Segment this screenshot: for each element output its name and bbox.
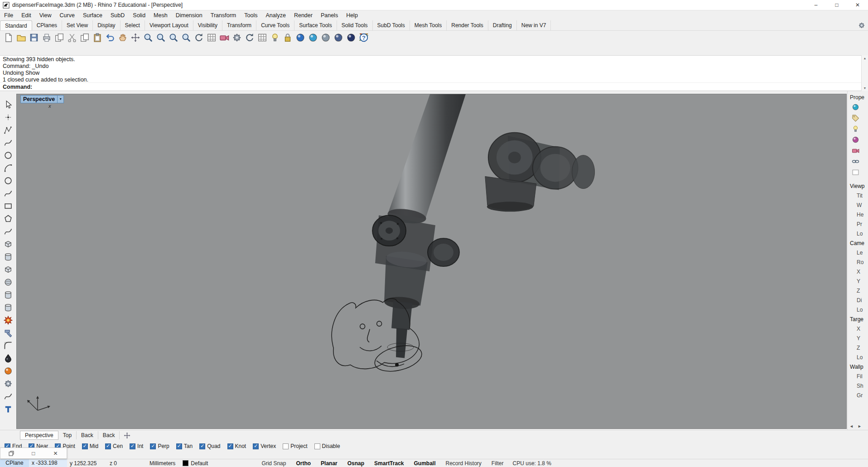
sphere-icon[interactable] <box>4 278 13 287</box>
toolbar-settings-gear-icon[interactable] <box>858 22 865 29</box>
osnap-tan[interactable]: Tan <box>176 443 193 449</box>
panel-scroll-left-icon[interactable]: ◄ <box>849 424 854 428</box>
new-viewport-icon[interactable] <box>124 432 130 439</box>
command-input[interactable] <box>34 83 868 91</box>
gumball-toggle[interactable]: Gumball <box>414 460 435 467</box>
surface-icon[interactable] <box>4 240 13 249</box>
tab-mesh-tools[interactable]: Mesh Tools <box>410 20 447 30</box>
camera-icon[interactable] <box>852 147 859 154</box>
new-file-icon[interactable] <box>4 33 14 43</box>
menu-file[interactable]: File <box>0 12 17 19</box>
osnap-project-checkbox[interactable] <box>283 443 289 449</box>
viewport-tab-perspective[interactable]: Perspective <box>20 431 58 440</box>
curve-tools-icon[interactable] <box>4 227 13 236</box>
lamp-icon[interactable] <box>270 33 280 43</box>
point-cloud-icon[interactable] <box>4 366 13 376</box>
menu-transform[interactable]: Transform <box>207 12 241 19</box>
tab-curve-tools[interactable]: Curve Tools <box>256 20 294 30</box>
osnap-disable-checkbox[interactable] <box>314 443 320 449</box>
osnap-knot[interactable]: Knot <box>227 443 246 449</box>
tab-subd-tools[interactable]: SubD Tools <box>373 20 410 30</box>
viewport-tab-back-1[interactable]: Back <box>77 431 98 439</box>
circle-icon[interactable] <box>4 151 13 160</box>
help-icon[interactable] <box>360 34 368 42</box>
copy-icon[interactable] <box>80 33 90 43</box>
tab-select[interactable]: Select <box>121 20 145 30</box>
tab-new-in-v7[interactable]: New in V7 <box>517 20 551 30</box>
menu-surface[interactable]: Surface <box>79 12 106 19</box>
polygon-icon[interactable] <box>4 214 13 223</box>
render-icon[interactable] <box>295 33 305 43</box>
cylinder-icon[interactable] <box>4 290 13 299</box>
viewport-title-dropdown-icon[interactable]: ▼ <box>58 95 64 103</box>
select-arrow-icon[interactable] <box>4 100 13 109</box>
save-icon[interactable] <box>29 33 39 43</box>
osnap-cen[interactable]: Cen <box>105 443 123 449</box>
link-icon[interactable] <box>852 158 859 165</box>
scroll-up-icon[interactable]: ▲ <box>863 57 867 60</box>
raytrace-display-icon[interactable] <box>346 33 356 43</box>
arc-icon[interactable] <box>4 164 13 173</box>
edit-tools-icon[interactable] <box>4 328 13 337</box>
tab-transform[interactable]: Transform <box>222 20 256 30</box>
zoom-dynamic-icon[interactable] <box>143 33 153 43</box>
layer-selector[interactable]: Default <box>183 460 208 467</box>
zoom-selected-icon[interactable] <box>181 33 191 43</box>
set-view-icon[interactable] <box>219 33 229 43</box>
viewport-title-label[interactable]: Perspective <box>20 95 58 103</box>
tab-solid-tools[interactable]: Solid Tools <box>337 20 373 30</box>
transform-icon[interactable] <box>4 379 13 388</box>
fillet-icon[interactable] <box>4 341 13 350</box>
osnap-mid-checkbox[interactable] <box>82 443 88 449</box>
paste-icon[interactable] <box>92 33 102 43</box>
material-icon[interactable] <box>852 136 859 144</box>
close-button[interactable]: ✕ <box>847 0 868 10</box>
shaded-display-icon[interactable] <box>308 33 318 43</box>
osnap-cen-checkbox[interactable] <box>105 443 111 449</box>
undo-icon[interactable] <box>105 33 115 43</box>
explode-icon[interactable] <box>4 316 13 325</box>
osnap-project[interactable]: Project <box>283 443 307 449</box>
grid-snap-toggle[interactable]: Grid Snap <box>261 460 286 467</box>
zoom-extents-icon[interactable] <box>169 33 178 43</box>
name-tag-icon[interactable] <box>852 114 859 122</box>
planar-toggle[interactable]: Planar <box>321 460 338 467</box>
object-properties-icon[interactable] <box>852 103 859 111</box>
osnap-mid[interactable]: Mid <box>82 443 98 449</box>
smarttrack-toggle[interactable]: SmartTrack <box>374 460 404 467</box>
tab-standard[interactable]: Standard <box>0 20 32 30</box>
panel-scroll-right-icon[interactable]: ► <box>858 424 862 428</box>
loft-icon[interactable] <box>4 252 13 261</box>
open-file-icon[interactable] <box>16 33 26 43</box>
texture-icon[interactable] <box>852 169 859 176</box>
osnap-int-checkbox[interactable] <box>130 443 135 449</box>
print-icon[interactable] <box>42 33 52 43</box>
minimize-button[interactable]: – <box>805 0 826 10</box>
osnap-tan-checkbox[interactable] <box>176 443 182 449</box>
osnap-knot-checkbox[interactable] <box>227 443 233 449</box>
tab-display[interactable]: Display <box>93 20 120 30</box>
menu-analyze[interactable]: Analyze <box>261 12 289 19</box>
blend-icon[interactable] <box>4 354 13 363</box>
osnap-quad[interactable]: Quad <box>199 443 220 449</box>
osnap-disable[interactable]: Disable <box>314 443 340 449</box>
viewport-layout-icon[interactable] <box>207 33 217 43</box>
lock-icon[interactable] <box>283 33 293 43</box>
units-selector[interactable]: Millimeters <box>149 460 175 467</box>
polyline-icon[interactable] <box>4 125 13 135</box>
menu-dimension[interactable]: Dimension <box>172 12 207 19</box>
menu-subd[interactable]: SubD <box>106 12 129 19</box>
osnap-vertex[interactable]: Vertex <box>253 443 276 449</box>
ellipse-icon[interactable] <box>4 176 13 185</box>
menu-render[interactable]: Render <box>290 12 317 19</box>
text-icon[interactable] <box>4 404 13 414</box>
menu-edit[interactable]: Edit <box>17 12 35 19</box>
rendered-display-icon[interactable] <box>333 33 343 43</box>
viewport-title[interactable]: Perspective ▼ <box>20 95 64 103</box>
ortho-toggle[interactable]: Ortho <box>296 460 311 467</box>
cplane-selector[interactable]: CPlane <box>0 459 29 467</box>
osnap-vertex-checkbox[interactable] <box>253 443 259 449</box>
box-icon[interactable] <box>4 265 13 274</box>
tab-cplanes[interactable]: CPlanes <box>32 20 62 30</box>
osnap-perp-checkbox[interactable] <box>150 443 156 449</box>
